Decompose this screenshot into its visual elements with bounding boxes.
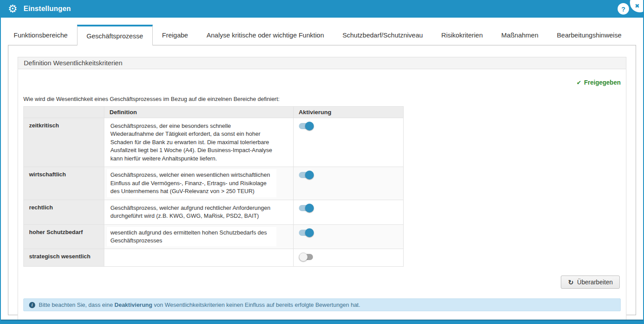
toggle-knob	[305, 228, 314, 237]
row-label: hoher Schutzbedarf	[24, 224, 104, 249]
table-row-rechtlich: rechtlich Geschäftsprozess, welcher aufg…	[24, 200, 404, 224]
tab-bearbeitungshinweise[interactable]: Bearbeitungshinweise	[548, 25, 631, 45]
criteria-panel: Definition Wesentlichkeitskriterien ✔Fre…	[18, 57, 626, 322]
panel-title: Definition Wesentlichkeitskriterien	[18, 57, 626, 69]
definition-field[interactable]: Geschäftsprozess, welcher aufgrund recht…	[107, 202, 276, 222]
dialog-title: Einstellungen	[24, 5, 71, 13]
activation-toggle[interactable]	[299, 228, 314, 237]
definition-field[interactable]	[107, 251, 276, 258]
tab-risikokriterien[interactable]: Risikokriterien	[432, 25, 492, 45]
check-icon: ✔	[577, 79, 581, 86]
column-header-definition: Definition	[104, 107, 293, 118]
bottom-frame-bar	[1, 320, 643, 324]
toggle-knob	[305, 122, 314, 130]
intro-text: Wie wird die Wesentlichkeit eines Geschä…	[23, 96, 621, 102]
status-label: Freigegeben	[584, 79, 621, 86]
activation-toggle[interactable]	[299, 253, 314, 261]
activation-toggle[interactable]	[299, 122, 314, 130]
definition-field[interactable]: Geschäftsprozess, der eine besonders sch…	[107, 120, 276, 164]
criteria-table: Definition Aktivierung zeitkritisch Gesc…	[23, 106, 404, 267]
activation-toggle[interactable]	[299, 171, 314, 179]
tab-analyse-kritische-funktion[interactable]: Analyse kritische oder wichtige Funktion	[197, 25, 333, 45]
panel-body: ✔Freigegeben Wie wird die Wesentlichkeit…	[18, 69, 626, 322]
status-badge: ✔Freigegeben	[23, 69, 621, 86]
tab-funktionsbereiche[interactable]: Funktionsbereiche	[4, 25, 77, 45]
definition-field[interactable]: Geschäftsprozess, welcher einen wesentli…	[107, 169, 276, 197]
refresh-icon: ↻	[568, 279, 574, 286]
tab-geschaeftsprozesse[interactable]: Geschäftsprozesse	[77, 25, 153, 45]
column-header-empty	[24, 107, 104, 118]
info-icon: i	[29, 302, 35, 308]
row-label: rechtlich	[24, 200, 104, 224]
table-row-hoher-schutzbedarf: hoher Schutzbedarf wesentlich aufgrund d…	[24, 224, 404, 249]
table-row-wirtschaftlich: wirtschaftlich Geschäftsprozess, welcher…	[24, 167, 404, 200]
row-label: strategisch wesentlich	[24, 249, 104, 267]
tab-massnahmen[interactable]: Maßnahmen	[492, 25, 548, 45]
tab-freigabe[interactable]: Freigabe	[153, 25, 197, 45]
toggle-knob	[305, 171, 314, 179]
title-bar: ⚙ Einstellungen ? ✖	[1, 0, 643, 18]
table-row-strategisch-wesentlich: strategisch wesentlich	[24, 249, 404, 267]
info-text: Bitte beachten Sie, dass eine Deaktivier…	[39, 302, 360, 308]
ueberarbeiten-label: Überarbeiten	[577, 279, 613, 286]
tab-bar: Funktionsbereiche Geschäftsprozesse Frei…	[1, 18, 643, 45]
row-label: wirtschaftlich	[24, 167, 104, 200]
row-label: zeitkritisch	[24, 118, 104, 167]
column-header-aktivierung: Aktivierung	[293, 107, 403, 118]
gear-icon: ⚙	[8, 4, 18, 14]
info-banner: i Bitte beachten Sie, dass eine Deaktivi…	[23, 298, 621, 311]
close-button[interactable]: ✖	[630, 0, 644, 12]
help-button[interactable]: ?	[618, 3, 629, 15]
settings-dialog: ⚙ Einstellungen ? ✖ Funktionsbereiche Ge…	[0, 0, 644, 324]
toggle-knob	[305, 204, 314, 212]
button-row: ↻ Überarbeiten	[23, 276, 620, 289]
table-header-row: Definition Aktivierung	[24, 107, 404, 118]
tab-schutzbedarf-schutzniveau[interactable]: Schutzbedarf/Schutzniveau	[333, 25, 432, 45]
definition-field[interactable]: wesentlich aufgrund des ermittelten hohe…	[107, 227, 276, 247]
ueberarbeiten-button[interactable]: ↻ Überarbeiten	[561, 276, 620, 289]
activation-toggle[interactable]	[299, 204, 314, 212]
info-bold-word: Deaktivierung	[114, 302, 152, 308]
tab-content: Definition Wesentlichkeitskriterien ✔Fre…	[8, 45, 636, 315]
toggle-knob	[299, 253, 308, 261]
table-row-zeitkritisch: zeitkritisch Geschäftsprozess, der eine …	[24, 118, 404, 167]
